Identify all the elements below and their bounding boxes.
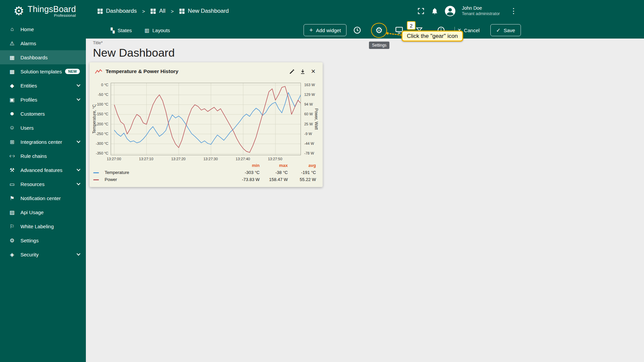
legend-col-max: max	[260, 163, 288, 168]
sidebar-item-label: Dashboards	[20, 55, 80, 60]
download-icon	[300, 69, 306, 74]
legend-col-avg: avg	[288, 163, 316, 168]
resources-icon: ▭	[8, 181, 16, 187]
sidebar-item-label: Security	[20, 252, 77, 257]
sidebar-item-label: Integrations center	[20, 139, 77, 145]
advanced-features-icon: ⚒	[8, 167, 16, 173]
axis-tick-label: -78 W	[304, 151, 324, 155]
axis-tick-label: 13:27:10	[135, 157, 158, 161]
sidebar-item-white-labeling[interactable]: ⚐White Labeling	[0, 219, 86, 233]
check-icon: ✓	[496, 27, 500, 34]
power-swatch	[93, 179, 99, 180]
sidebar-item-alarms[interactable]: ⚠Alarms	[0, 36, 86, 50]
settings-tooltip: Settings	[369, 42, 389, 49]
axis-tick-label: -250 °C	[90, 132, 108, 136]
tab-layouts[interactable]: ▥ Layouts	[145, 27, 170, 34]
main-content: Title* New Dashboard Temperature & Power…	[86, 39, 644, 362]
sidebar-item-users[interactable]: ☺Users	[0, 121, 86, 135]
tab-states[interactable]: ▚ States	[111, 27, 132, 34]
sidebar-item-label: Rule chains	[20, 153, 80, 159]
sidebar-item-api-usage[interactable]: ▨Api Usage	[0, 205, 86, 219]
temperature-avg: -191 °C	[288, 170, 316, 175]
profiles-icon: ▣	[8, 97, 16, 103]
sidebar-item-notification-center[interactable]: ⚑Notification center	[0, 191, 86, 205]
sidebar-item-advanced-features[interactable]: ⚒Advanced features	[0, 163, 86, 177]
notifications-button[interactable]	[431, 7, 438, 15]
sidebar: ⚙ ThingsBoard Professional ⌂Home⚠Alarms▦…	[0, 0, 86, 362]
sidebar-item-label: Customers	[20, 111, 80, 117]
new-badge: NEW	[65, 69, 80, 74]
time-window-button[interactable]	[351, 24, 363, 36]
user-info[interactable]: John Doe Tenant administrator	[462, 5, 504, 16]
plus-icon: +	[309, 26, 313, 34]
chevron-down-icon	[76, 167, 80, 171]
sidebar-item-entities[interactable]: ◆Entities	[0, 78, 86, 93]
breadcrumb-dashboards[interactable]: Dashboards	[97, 8, 137, 14]
save-button[interactable]: ✓ Save	[490, 24, 521, 36]
close-widget-button[interactable]: ×	[308, 67, 319, 76]
more-menu-button[interactable]: ⋮	[510, 7, 517, 15]
alarms-icon: ⚠	[8, 40, 16, 47]
legend-series-name[interactable]: Temperature	[105, 170, 231, 175]
sidebar-item-customers[interactable]: ☻Customers	[0, 107, 86, 121]
axis-tick-label: 129 W	[304, 93, 324, 97]
user-avatar[interactable]	[444, 5, 456, 17]
widget-card[interactable]: Temperature & Power History × Temperatur…	[90, 62, 323, 187]
breadcrumb-label: Dashboards	[106, 8, 137, 14]
breadcrumb-label: New Dashboard	[188, 8, 229, 14]
clock-icon	[353, 26, 361, 34]
sidebar-item-dashboards[interactable]: ▦Dashboards	[0, 50, 86, 64]
download-widget-button[interactable]	[297, 67, 308, 76]
sidebar-item-integrations-center[interactable]: ⊞Integrations center	[0, 135, 86, 149]
breadcrumb-row: Dashboards > All > New Dashboard	[86, 0, 644, 22]
breadcrumb-all[interactable]: All	[150, 8, 165, 14]
axis-tick-label: -50 °C	[90, 93, 108, 97]
layouts-icon: ▥	[145, 27, 149, 34]
chevron-down-icon	[76, 181, 80, 185]
close-icon: ×	[311, 68, 316, 75]
sidebar-item-label: Advanced features	[20, 167, 77, 173]
add-widget-label: Add widget	[316, 27, 341, 33]
left-axis-label: Temperature, °C	[92, 104, 97, 134]
sidebar-item-settings[interactable]: ⚙Settings	[0, 233, 86, 247]
edit-widget-button[interactable]	[286, 67, 297, 76]
sidebar-item-home[interactable]: ⌂Home	[0, 22, 86, 36]
sidebar-item-label: Resources	[20, 181, 77, 187]
sidebar-item-resources[interactable]: ▭Resources	[0, 177, 86, 191]
axis-tick-label: -150 °C	[90, 112, 108, 116]
chevron-down-icon	[76, 139, 80, 143]
breadcrumb-current-dashboard[interactable]: New Dashboard	[179, 8, 229, 14]
fullscreen-button[interactable]	[417, 7, 425, 15]
cancel-label: Cancel	[464, 27, 480, 33]
page-title[interactable]: New Dashboard	[93, 46, 175, 59]
home-icon: ⌂	[8, 26, 16, 32]
app-logo[interactable]: ⚙ ThingsBoard Professional	[0, 0, 86, 22]
sidebar-item-label: Entities	[20, 83, 77, 88]
customers-icon: ☻	[8, 111, 16, 117]
sidebar-item-solution-templates[interactable]: ▩Solution templatesNEW	[0, 64, 86, 78]
sidebar-item-label: Home	[20, 26, 80, 32]
sidebar-item-security[interactable]: ◈Security	[0, 247, 86, 261]
sidebar-item-rule-chains[interactable]: ‹·›Rule chains	[0, 149, 86, 163]
widget-header: Temperature & Power History ×	[95, 67, 319, 76]
sidebar-nav: ⌂Home⚠Alarms▦Dashboards▩Solution templat…	[0, 22, 86, 261]
title-field-label: Title*	[93, 40, 175, 45]
line-chart-icon	[95, 69, 102, 74]
breadcrumb: Dashboards > All > New Dashboard	[97, 8, 229, 14]
legend-series-name[interactable]: Power	[105, 177, 231, 182]
chevron-down-icon	[76, 97, 80, 101]
axis-tick-label: 25 W	[304, 122, 324, 126]
chevron-down-icon	[76, 83, 80, 86]
widget-title: Temperature & Power History	[106, 68, 286, 74]
temperature-max: -38 °C	[260, 170, 288, 175]
app-edition: Professional	[28, 13, 76, 17]
settings-icon: ⚙	[8, 237, 16, 244]
sidebar-item-profiles[interactable]: ▣Profiles	[0, 93, 86, 107]
tab-label: Layouts	[152, 27, 170, 33]
add-widget-button[interactable]: + Add widget	[304, 24, 346, 36]
sidebar-item-label: Solution templates	[20, 69, 65, 74]
axis-tick-label: -100 °C	[90, 102, 108, 106]
states-icon: ▚	[111, 27, 115, 34]
dashboard-group-icon	[150, 8, 156, 14]
app-name: ThingsBoard	[28, 5, 76, 13]
